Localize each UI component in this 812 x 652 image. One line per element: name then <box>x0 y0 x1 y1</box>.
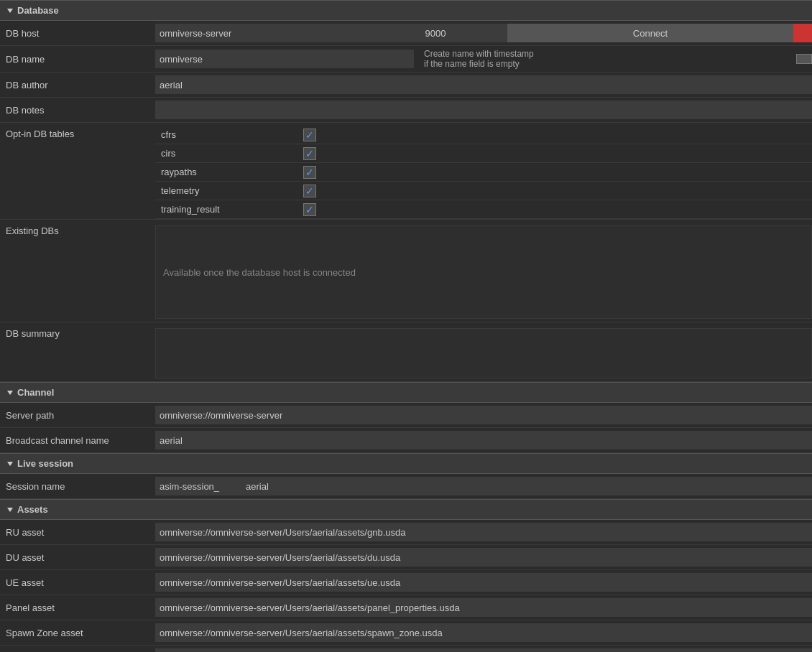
opt-in-telemetry: telemetry ✓ <box>155 182 812 200</box>
broadcast-channel-label: Broadcast channel name <box>0 432 155 449</box>
channel-collapse-icon <box>7 391 13 395</box>
training-result-checkbox[interactable]: ✓ <box>303 203 316 216</box>
db-host-content: Connect <box>155 21 812 45</box>
assets-section-label: Assets <box>17 504 48 515</box>
spawn-zone-asset-content <box>155 620 812 645</box>
session-name-input[interactable] <box>241 477 812 495</box>
db-host-input[interactable] <box>155 24 364 42</box>
ue-asset-input[interactable] <box>155 573 812 592</box>
main-panel: Database DB host Connect DB name Create … <box>0 0 812 652</box>
timestamp-label: Create name with timestamp if the name f… <box>424 49 789 69</box>
opt-in-row: Opt-in DB tables cfrs ✓ cirs ✓ raypaths … <box>0 123 812 220</box>
existing-dbs-row: Existing DBs Available once the database… <box>0 220 812 322</box>
database-section-header[interactable]: Database <box>0 0 812 21</box>
db-notes-content <box>155 98 812 122</box>
opt-in-label: Opt-in DB tables <box>0 126 155 142</box>
ru-asset-content <box>155 520 812 544</box>
opt-in-content: cfrs ✓ cirs ✓ raypaths ✓ telemetry ✓ tra… <box>155 126 812 219</box>
opt-in-training-result: training_result ✓ <box>155 200 812 219</box>
panel-asset-content <box>155 595 812 620</box>
db-author-content <box>155 73 812 97</box>
db-host-row: DB host Connect <box>0 21 812 46</box>
ru-asset-label: RU asset <box>0 524 155 541</box>
live-session-section-header[interactable]: Live session <box>0 453 812 474</box>
server-path-content <box>155 403 812 427</box>
assets-collapse-icon <box>7 508 13 512</box>
opt-in-cirs: cirs ✓ <box>155 144 812 163</box>
du-asset-label: DU asset <box>0 549 155 566</box>
timestamp-checkbox[interactable] <box>796 54 812 64</box>
du-asset-row: DU asset <box>0 545 812 570</box>
db-summary-content <box>155 325 812 381</box>
ue-asset-row: UE asset <box>0 570 812 595</box>
du-asset-content <box>155 545 812 569</box>
db-name-input[interactable] <box>155 50 414 68</box>
db-author-row: DB author <box>0 73 812 98</box>
opt-in-tables: cfrs ✓ cirs ✓ raypaths ✓ telemetry ✓ tra… <box>155 126 812 219</box>
database-collapse-icon <box>7 9 13 13</box>
ue-asset-content <box>155 570 812 595</box>
channel-section-label: Channel <box>17 387 54 398</box>
broadcast-channel-input[interactable] <box>155 431 812 450</box>
panel-asset-label: Panel asset <box>0 600 155 616</box>
session-name-label: Session name <box>0 478 155 495</box>
materials-asset-label: Materials asset <box>0 650 155 653</box>
server-path-row: Server path <box>0 403 812 428</box>
existing-dbs-area: Available once the database host is conn… <box>155 225 812 319</box>
assets-section-header[interactable]: Assets <box>0 499 812 520</box>
db-host-label: DB host <box>0 25 155 42</box>
materials-asset-content <box>155 646 812 652</box>
spawn-zone-asset-row: Spawn Zone asset <box>0 620 812 646</box>
live-session-section-label: Live session <box>17 458 73 469</box>
broadcast-channel-content <box>155 428 812 452</box>
database-section-label: Database <box>17 5 59 16</box>
ru-asset-input[interactable] <box>155 523 812 541</box>
session-name-row: Session name <box>0 474 812 499</box>
live-session-collapse-icon <box>7 462 13 466</box>
existing-dbs-content: Available once the database host is conn… <box>155 223 812 322</box>
db-name-content: Create name with timestamp if the name f… <box>155 46 812 72</box>
db-summary-row: DB summary <box>0 322 812 382</box>
db-name-row: DB name Create name with timestamp if th… <box>0 46 812 73</box>
cfrs-checkbox[interactable]: ✓ <box>303 129 316 141</box>
spawn-zone-asset-label: Spawn Zone asset <box>0 625 155 641</box>
session-prefix-input[interactable] <box>155 477 241 495</box>
ru-asset-row: RU asset <box>0 520 812 545</box>
connect-button[interactable]: Connect <box>507 24 793 42</box>
db-port-input[interactable] <box>364 24 507 42</box>
spawn-zone-asset-input[interactable] <box>155 623 812 642</box>
cirs-checkbox[interactable]: ✓ <box>303 147 316 160</box>
db-author-label: DB author <box>0 77 155 93</box>
materials-asset-input[interactable] <box>155 648 812 652</box>
telemetry-checkbox[interactable]: ✓ <box>303 185 316 197</box>
db-host-inputs: Connect <box>155 24 812 42</box>
ue-asset-label: UE asset <box>0 574 155 591</box>
broadcast-channel-row: Broadcast channel name <box>0 428 812 453</box>
db-notes-input[interactable] <box>155 101 812 119</box>
existing-dbs-label: Existing DBs <box>0 223 155 239</box>
db-summary-label: DB summary <box>0 325 155 342</box>
db-notes-label: DB notes <box>0 102 155 118</box>
existing-dbs-placeholder: Available once the database host is conn… <box>163 267 356 278</box>
db-author-input[interactable] <box>155 75 812 94</box>
panel-asset-input[interactable] <box>155 598 812 617</box>
materials-asset-row: Materials asset <box>0 646 812 652</box>
du-asset-input[interactable] <box>155 548 812 567</box>
server-path-input[interactable] <box>155 406 812 424</box>
db-name-label: DB name <box>0 51 155 67</box>
raypaths-checkbox[interactable]: ✓ <box>303 166 316 179</box>
disconnect-button[interactable] <box>793 24 812 42</box>
panel-asset-row: Panel asset <box>0 595 812 620</box>
session-inputs <box>155 477 812 495</box>
db-name-inputs: Create name with timestamp if the name f… <box>155 49 812 69</box>
opt-in-raypaths: raypaths ✓ <box>155 163 812 182</box>
db-summary-area <box>155 328 812 378</box>
opt-in-cfrs: cfrs ✓ <box>155 126 812 144</box>
server-path-label: Server path <box>0 407 155 424</box>
channel-section-header[interactable]: Channel <box>0 382 812 403</box>
db-notes-row: DB notes <box>0 98 812 123</box>
session-name-content <box>155 474 812 498</box>
